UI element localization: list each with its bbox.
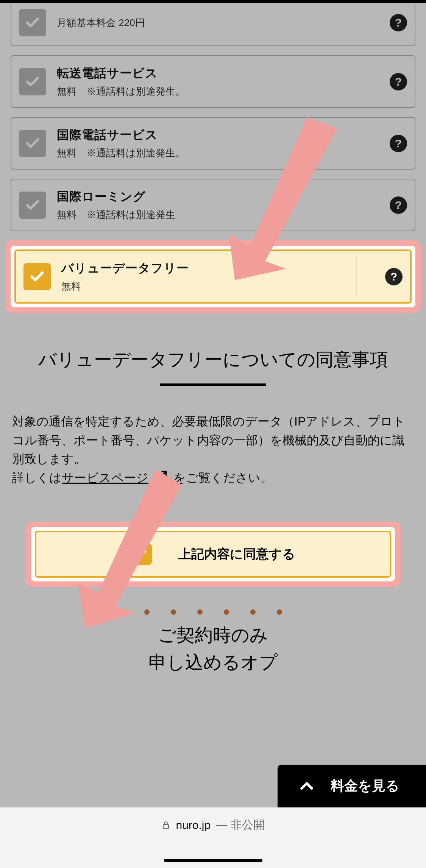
view-price-label: 料金を見る [331, 777, 399, 795]
help-icon[interactable]: ? [390, 14, 407, 31]
heading-underline [160, 383, 266, 386]
agreement-body: 対象の通信を特定するため、必要最低限のデータ（IPアドレス、プロトコル番号、ポー… [11, 412, 415, 487]
option-subtitle: 月額基本料金 220円 [57, 16, 382, 30]
option-card[interactable]: 月額基本料金 220円 ? [11, 0, 415, 46]
help-icon[interactable]: ? [390, 135, 407, 152]
agree-button-label: 上記内容に同意する [178, 545, 295, 563]
checkbox-icon[interactable] [23, 263, 51, 290]
decorative-dots [11, 609, 415, 615]
section-heading: ご契約時のみ 申し込めるオプ [11, 622, 415, 676]
view-price-button[interactable]: 料金を見る [278, 765, 426, 807]
lock-icon [161, 821, 170, 830]
home-indicator [164, 859, 262, 862]
browser-status: — 非公開 [216, 817, 264, 833]
svg-marker-0 [229, 117, 337, 280]
option-subtitle: 無料 [61, 280, 378, 293]
checkbox-icon[interactable] [19, 9, 46, 36]
help-icon[interactable]: ? [385, 268, 403, 285]
svg-rect-2 [163, 824, 169, 829]
agreement-heading: バリューデータフリーについての同意事項 [18, 347, 408, 372]
help-icon[interactable]: ? [390, 73, 407, 90]
chevron-up-icon [298, 778, 315, 795]
checkbox-icon[interactable] [19, 130, 46, 157]
option-subtitle: 無料 ※通話料は別途発生。 [57, 85, 382, 98]
checkbox-icon[interactable] [19, 68, 46, 95]
browser-address-bar[interactable]: nuro.jp — 非公開 [0, 807, 426, 868]
option-title: 転送電話サービス [57, 65, 382, 82]
svg-marker-1 [78, 469, 182, 628]
browser-domain: nuro.jp [176, 819, 211, 832]
option-card[interactable]: 転送電話サービス 無料 ※通話料は別途発生。 ? [11, 55, 415, 108]
annotation-arrow-icon [76, 469, 182, 628]
help-icon[interactable]: ? [390, 196, 407, 214]
annotation-arrow-icon [212, 117, 337, 280]
checkbox-icon[interactable] [19, 192, 46, 219]
